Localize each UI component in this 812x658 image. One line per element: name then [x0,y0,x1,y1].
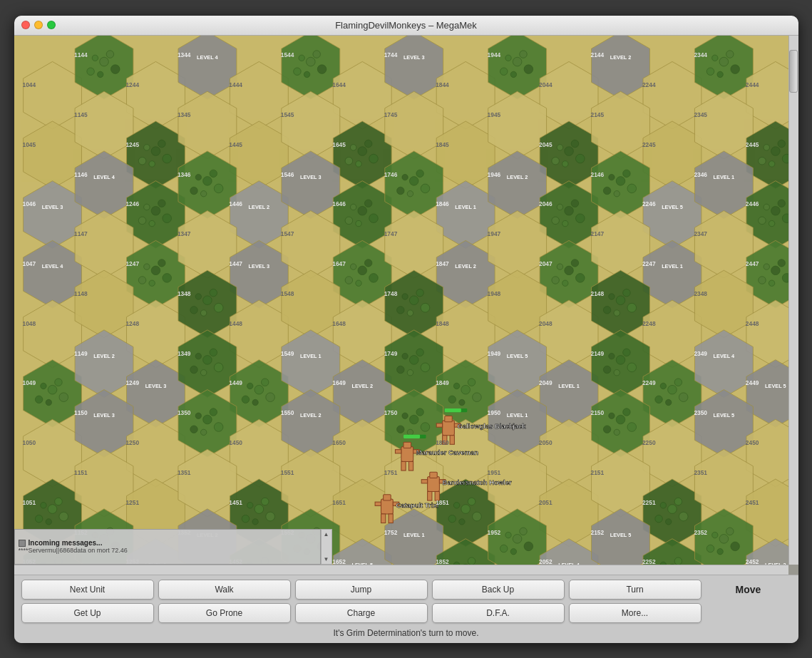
svg-text:1146: 1146 [74,170,88,178]
svg-point-441 [674,378,682,386]
svg-point-262 [111,64,120,73]
svg-text:1649: 1649 [332,379,346,386]
svg-point-342 [603,187,611,195]
svg-point-395 [614,309,620,315]
svg-point-367 [357,266,366,275]
svg-text:1645: 1645 [332,140,346,148]
svg-text:1944: 1944 [487,51,500,58]
svg-point-460 [421,422,430,431]
svg-point-407 [46,399,51,405]
vertical-scrollbar[interactable] [788,36,798,565]
svg-point-364 [369,273,378,282]
main-window: FlamingDevilMonkeys – MegaMek [14,16,798,643]
svg-text:LEVEL 5: LEVEL 5 [765,382,786,389]
svg-text:1250: 1250 [125,439,139,446]
svg-point-273 [519,50,527,58]
svg-text:2351: 2351 [694,468,707,475]
svg-point-296 [557,144,562,150]
game-area[interactable]: Gallowglas Blackjack Marauder Caveman [14,36,798,575]
turn-button[interactable]: Turn [569,580,701,600]
svg-point-281 [716,71,722,77]
traffic-lights [21,21,56,29]
svg-point-492 [448,515,456,523]
svg-point-463 [409,415,418,424]
svg-point-440 [660,383,666,389]
svg-text:1446: 1446 [229,200,242,207]
dfa-button[interactable]: D.F.A. [432,603,565,623]
svg-text:1051: 1051 [22,498,36,505]
svg-text:1047: 1047 [22,260,36,267]
svg-point-483 [261,498,269,505]
svg-point-444 [654,396,662,403]
svg-point-497 [665,518,671,524]
svg-text:2248: 2248 [642,319,655,327]
svg-text:1349: 1349 [177,349,190,356]
svg-text:1245: 1245 [125,140,139,148]
svg-point-375 [778,259,786,267]
svg-point-316 [214,184,223,193]
svg-point-496 [679,512,688,521]
svg-point-347 [769,220,774,226]
svg-point-370 [575,273,585,282]
svg-point-392 [608,293,614,299]
svg-point-336 [551,217,559,225]
charge-button[interactable]: Charge [295,603,428,623]
svg-point-456 [190,425,197,433]
svg-text:1546: 1546 [280,170,294,178]
svg-point-388 [421,303,430,312]
svg-text:1350: 1350 [177,409,190,416]
svg-point-464 [608,413,614,418]
svg-text:LEVEL 1: LEVEL 1 [662,263,683,269]
next-unit-button[interactable]: Next Unit [21,580,154,600]
svg-text:1650: 1650 [332,439,346,446]
go-prone-button[interactable]: Go Prone [158,603,291,623]
svg-point-494 [660,502,666,508]
svg-point-530 [505,532,510,538]
svg-text:2048: 2048 [539,319,553,327]
svg-point-491 [458,518,464,524]
svg-text:2245: 2245 [642,140,655,148]
svg-point-427 [409,355,418,364]
maximize-button[interactable] [47,21,56,29]
get-up-button[interactable]: Get Up [21,603,154,623]
svg-text:LEVEL 4: LEVEL 4 [197,54,219,61]
walk-button[interactable]: Walk [158,580,291,600]
move-label: Move [736,584,761,595]
svg-rect-782 [427,476,439,491]
svg-text:1450: 1450 [229,439,242,446]
svg-point-365 [355,280,361,286]
svg-point-287 [149,160,155,166]
back-up-button[interactable]: Back Up [432,580,565,600]
svg-text:2045: 2045 [539,140,553,148]
scroll-down-arrow[interactable]: ▼ [324,556,329,562]
scrollbar-thumb[interactable] [789,50,798,93]
svg-text:1751: 1751 [384,468,397,475]
svg-point-358 [162,273,171,282]
minimap-scroll[interactable]: ▲ ▼ [321,529,332,565]
svg-text:LEVEL 1: LEVEL 1 [299,352,321,359]
horizontal-scrollbar[interactable] [14,565,788,575]
close-button[interactable] [21,21,30,29]
svg-text:Marauder Caveman: Marauder Caveman [416,448,478,456]
svg-text:1747: 1747 [384,230,397,237]
jump-button[interactable]: Jump [295,580,428,600]
more-button[interactable]: More... [569,603,701,623]
minimize-button[interactable] [34,21,43,29]
svg-point-280 [730,64,739,73]
svg-text:LEVEL 2: LEVEL 2 [455,263,476,269]
svg-text:2147: 2147 [590,230,604,237]
hex-map[interactable]: Gallowglas Blackjack Marauder Caveman [14,36,798,575]
svg-point-396 [603,306,611,314]
svg-text:1545: 1545 [280,110,294,118]
svg-text:2152: 2152 [590,528,604,535]
svg-point-383 [200,309,206,315]
svg-text:1246: 1246 [125,200,139,207]
svg-point-424 [421,363,430,372]
svg-point-412 [214,363,223,372]
svg-text:1648: 1648 [332,319,346,327]
svg-text:1749: 1749 [384,349,397,356]
svg-text:1050: 1050 [22,439,36,446]
svg-text:LEVEL 1: LEVEL 1 [403,531,424,538]
svg-point-340 [627,184,636,193]
scroll-up-arrow[interactable]: ▲ [324,531,329,538]
